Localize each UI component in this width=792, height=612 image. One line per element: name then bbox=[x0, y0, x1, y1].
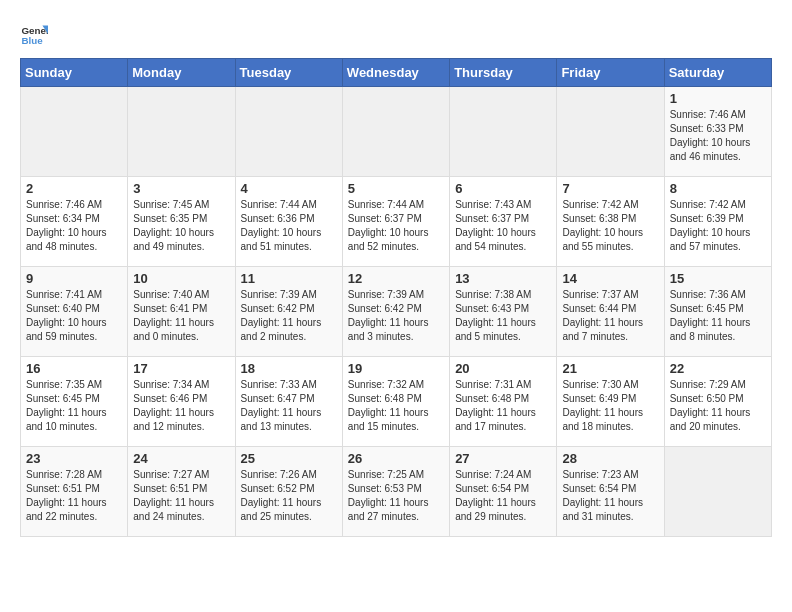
weekday-header-wednesday: Wednesday bbox=[342, 59, 449, 87]
calendar-week-3: 9Sunrise: 7:41 AMSunset: 6:40 PMDaylight… bbox=[21, 267, 772, 357]
day-info: Sunrise: 7:35 AMSunset: 6:45 PMDaylight:… bbox=[26, 378, 122, 434]
day-info: Sunrise: 7:34 AMSunset: 6:46 PMDaylight:… bbox=[133, 378, 229, 434]
day-number: 10 bbox=[133, 271, 229, 286]
day-number: 5 bbox=[348, 181, 444, 196]
day-number: 22 bbox=[670, 361, 766, 376]
calendar-cell bbox=[235, 87, 342, 177]
day-info: Sunrise: 7:46 AMSunset: 6:34 PMDaylight:… bbox=[26, 198, 122, 254]
day-info: Sunrise: 7:33 AMSunset: 6:47 PMDaylight:… bbox=[241, 378, 337, 434]
day-number: 15 bbox=[670, 271, 766, 286]
calendar-cell: 10Sunrise: 7:40 AMSunset: 6:41 PMDayligh… bbox=[128, 267, 235, 357]
calendar-cell bbox=[342, 87, 449, 177]
logo: General Blue bbox=[20, 20, 48, 48]
calendar-cell bbox=[664, 447, 771, 537]
day-info: Sunrise: 7:44 AMSunset: 6:36 PMDaylight:… bbox=[241, 198, 337, 254]
calendar-cell: 13Sunrise: 7:38 AMSunset: 6:43 PMDayligh… bbox=[450, 267, 557, 357]
calendar-week-5: 23Sunrise: 7:28 AMSunset: 6:51 PMDayligh… bbox=[21, 447, 772, 537]
day-number: 18 bbox=[241, 361, 337, 376]
day-info: Sunrise: 7:31 AMSunset: 6:48 PMDaylight:… bbox=[455, 378, 551, 434]
calendar-cell: 5Sunrise: 7:44 AMSunset: 6:37 PMDaylight… bbox=[342, 177, 449, 267]
calendar-cell: 14Sunrise: 7:37 AMSunset: 6:44 PMDayligh… bbox=[557, 267, 664, 357]
day-number: 3 bbox=[133, 181, 229, 196]
svg-text:Blue: Blue bbox=[21, 35, 43, 46]
calendar-cell: 12Sunrise: 7:39 AMSunset: 6:42 PMDayligh… bbox=[342, 267, 449, 357]
weekday-header-tuesday: Tuesday bbox=[235, 59, 342, 87]
day-info: Sunrise: 7:30 AMSunset: 6:49 PMDaylight:… bbox=[562, 378, 658, 434]
day-info: Sunrise: 7:25 AMSunset: 6:53 PMDaylight:… bbox=[348, 468, 444, 524]
day-number: 25 bbox=[241, 451, 337, 466]
day-info: Sunrise: 7:45 AMSunset: 6:35 PMDaylight:… bbox=[133, 198, 229, 254]
calendar-cell: 7Sunrise: 7:42 AMSunset: 6:38 PMDaylight… bbox=[557, 177, 664, 267]
calendar-cell: 3Sunrise: 7:45 AMSunset: 6:35 PMDaylight… bbox=[128, 177, 235, 267]
day-info: Sunrise: 7:38 AMSunset: 6:43 PMDaylight:… bbox=[455, 288, 551, 344]
weekday-header-friday: Friday bbox=[557, 59, 664, 87]
day-info: Sunrise: 7:40 AMSunset: 6:41 PMDaylight:… bbox=[133, 288, 229, 344]
day-info: Sunrise: 7:39 AMSunset: 6:42 PMDaylight:… bbox=[241, 288, 337, 344]
day-info: Sunrise: 7:29 AMSunset: 6:50 PMDaylight:… bbox=[670, 378, 766, 434]
calendar-cell: 11Sunrise: 7:39 AMSunset: 6:42 PMDayligh… bbox=[235, 267, 342, 357]
day-number: 9 bbox=[26, 271, 122, 286]
day-number: 24 bbox=[133, 451, 229, 466]
day-number: 20 bbox=[455, 361, 551, 376]
calendar-cell: 25Sunrise: 7:26 AMSunset: 6:52 PMDayligh… bbox=[235, 447, 342, 537]
calendar-cell: 2Sunrise: 7:46 AMSunset: 6:34 PMDaylight… bbox=[21, 177, 128, 267]
calendar-cell: 21Sunrise: 7:30 AMSunset: 6:49 PMDayligh… bbox=[557, 357, 664, 447]
weekday-header-saturday: Saturday bbox=[664, 59, 771, 87]
calendar-week-1: 1Sunrise: 7:46 AMSunset: 6:33 PMDaylight… bbox=[21, 87, 772, 177]
day-number: 14 bbox=[562, 271, 658, 286]
day-info: Sunrise: 7:26 AMSunset: 6:52 PMDaylight:… bbox=[241, 468, 337, 524]
weekday-header-thursday: Thursday bbox=[450, 59, 557, 87]
day-info: Sunrise: 7:42 AMSunset: 6:38 PMDaylight:… bbox=[562, 198, 658, 254]
day-info: Sunrise: 7:41 AMSunset: 6:40 PMDaylight:… bbox=[26, 288, 122, 344]
calendar-cell: 16Sunrise: 7:35 AMSunset: 6:45 PMDayligh… bbox=[21, 357, 128, 447]
calendar-week-2: 2Sunrise: 7:46 AMSunset: 6:34 PMDaylight… bbox=[21, 177, 772, 267]
calendar-cell bbox=[128, 87, 235, 177]
day-info: Sunrise: 7:28 AMSunset: 6:51 PMDaylight:… bbox=[26, 468, 122, 524]
calendar-cell: 15Sunrise: 7:36 AMSunset: 6:45 PMDayligh… bbox=[664, 267, 771, 357]
day-number: 26 bbox=[348, 451, 444, 466]
calendar-cell: 28Sunrise: 7:23 AMSunset: 6:54 PMDayligh… bbox=[557, 447, 664, 537]
day-number: 2 bbox=[26, 181, 122, 196]
day-number: 8 bbox=[670, 181, 766, 196]
weekday-header-monday: Monday bbox=[128, 59, 235, 87]
day-info: Sunrise: 7:43 AMSunset: 6:37 PMDaylight:… bbox=[455, 198, 551, 254]
calendar-cell: 9Sunrise: 7:41 AMSunset: 6:40 PMDaylight… bbox=[21, 267, 128, 357]
day-info: Sunrise: 7:37 AMSunset: 6:44 PMDaylight:… bbox=[562, 288, 658, 344]
day-number: 27 bbox=[455, 451, 551, 466]
weekday-header-row: SundayMondayTuesdayWednesdayThursdayFrid… bbox=[21, 59, 772, 87]
day-info: Sunrise: 7:36 AMSunset: 6:45 PMDaylight:… bbox=[670, 288, 766, 344]
calendar-cell bbox=[450, 87, 557, 177]
day-number: 23 bbox=[26, 451, 122, 466]
day-number: 4 bbox=[241, 181, 337, 196]
day-info: Sunrise: 7:24 AMSunset: 6:54 PMDaylight:… bbox=[455, 468, 551, 524]
calendar-cell: 24Sunrise: 7:27 AMSunset: 6:51 PMDayligh… bbox=[128, 447, 235, 537]
day-number: 11 bbox=[241, 271, 337, 286]
day-number: 6 bbox=[455, 181, 551, 196]
calendar-cell: 23Sunrise: 7:28 AMSunset: 6:51 PMDayligh… bbox=[21, 447, 128, 537]
day-number: 21 bbox=[562, 361, 658, 376]
logo-icon: General Blue bbox=[20, 20, 48, 48]
calendar-cell: 18Sunrise: 7:33 AMSunset: 6:47 PMDayligh… bbox=[235, 357, 342, 447]
calendar-cell: 19Sunrise: 7:32 AMSunset: 6:48 PMDayligh… bbox=[342, 357, 449, 447]
day-info: Sunrise: 7:23 AMSunset: 6:54 PMDaylight:… bbox=[562, 468, 658, 524]
calendar-cell bbox=[21, 87, 128, 177]
day-info: Sunrise: 7:32 AMSunset: 6:48 PMDaylight:… bbox=[348, 378, 444, 434]
calendar-cell: 27Sunrise: 7:24 AMSunset: 6:54 PMDayligh… bbox=[450, 447, 557, 537]
calendar-cell: 26Sunrise: 7:25 AMSunset: 6:53 PMDayligh… bbox=[342, 447, 449, 537]
calendar-table: SundayMondayTuesdayWednesdayThursdayFrid… bbox=[20, 58, 772, 537]
calendar-week-4: 16Sunrise: 7:35 AMSunset: 6:45 PMDayligh… bbox=[21, 357, 772, 447]
calendar-cell: 17Sunrise: 7:34 AMSunset: 6:46 PMDayligh… bbox=[128, 357, 235, 447]
day-info: Sunrise: 7:44 AMSunset: 6:37 PMDaylight:… bbox=[348, 198, 444, 254]
calendar-cell: 20Sunrise: 7:31 AMSunset: 6:48 PMDayligh… bbox=[450, 357, 557, 447]
day-number: 16 bbox=[26, 361, 122, 376]
day-number: 19 bbox=[348, 361, 444, 376]
calendar-cell: 6Sunrise: 7:43 AMSunset: 6:37 PMDaylight… bbox=[450, 177, 557, 267]
day-number: 13 bbox=[455, 271, 551, 286]
day-number: 17 bbox=[133, 361, 229, 376]
calendar-cell: 1Sunrise: 7:46 AMSunset: 6:33 PMDaylight… bbox=[664, 87, 771, 177]
calendar-cell: 4Sunrise: 7:44 AMSunset: 6:36 PMDaylight… bbox=[235, 177, 342, 267]
calendar-cell: 8Sunrise: 7:42 AMSunset: 6:39 PMDaylight… bbox=[664, 177, 771, 267]
day-info: Sunrise: 7:42 AMSunset: 6:39 PMDaylight:… bbox=[670, 198, 766, 254]
day-info: Sunrise: 7:46 AMSunset: 6:33 PMDaylight:… bbox=[670, 108, 766, 164]
day-number: 7 bbox=[562, 181, 658, 196]
